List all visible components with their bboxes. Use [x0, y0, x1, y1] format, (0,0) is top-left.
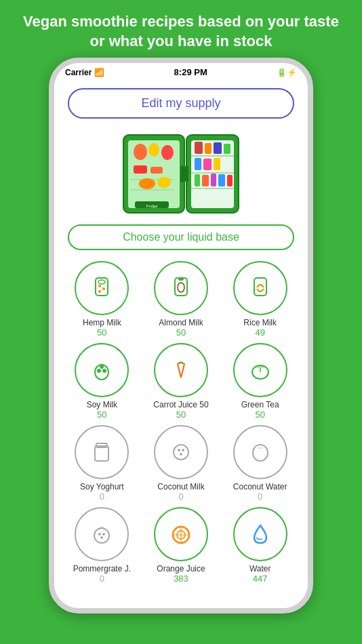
battery-area: 🔋⚡ — [277, 68, 297, 77]
svg-point-10 — [157, 177, 171, 188]
item-icon-circle — [233, 343, 287, 397]
item-name-label: Coconut Water — [233, 482, 287, 491]
fridge-image: Fridge — [120, 128, 242, 216]
svg-point-48 — [174, 445, 188, 460]
item-count-label: 0 — [100, 491, 104, 502]
item-name-label: Soy Milk — [87, 400, 117, 409]
header-text: Vegan smoothie recipes based on your tas… — [0, 0, 362, 58]
svg-rect-16 — [191, 155, 234, 157]
item-icon-circle — [233, 507, 287, 561]
list-item[interactable]: Green Tea50 — [223, 343, 297, 420]
item-icon-circle — [154, 343, 208, 397]
item-count-label: 0 — [258, 491, 262, 502]
item-count-label: 50 — [97, 409, 106, 420]
choose-liquid-label: Choose your liquid base — [68, 224, 294, 250]
svg-rect-17 — [191, 172, 234, 174]
svg-rect-32 — [96, 278, 108, 296]
svg-rect-19 — [195, 142, 203, 154]
items-grid: Hemp Milk50Almond Milk50Rice Milk49Soy M… — [54, 256, 308, 589]
list-item[interactable]: Rice Milk49 — [223, 261, 297, 338]
item-count-label: 50 — [255, 409, 264, 420]
item-icon-circle — [75, 425, 129, 479]
item-count-label: 50 — [176, 327, 186, 338]
list-item[interactable]: Coconut Milk0 — [144, 425, 218, 502]
svg-rect-22 — [224, 144, 230, 154]
svg-point-4 — [161, 145, 174, 160]
svg-point-3 — [148, 143, 159, 157]
list-item[interactable]: Coconut Water0 — [223, 425, 297, 502]
time-display: 8:29 PM — [174, 67, 207, 77]
svg-rect-40 — [254, 278, 266, 296]
svg-point-38 — [178, 278, 184, 281]
svg-point-53 — [94, 528, 109, 543]
svg-rect-30 — [227, 175, 233, 186]
list-item[interactable]: Almond Milk50 — [144, 261, 218, 338]
item-count-label: 0 — [178, 491, 183, 502]
svg-point-35 — [102, 287, 105, 290]
item-name-label: Rice Milk — [243, 318, 277, 327]
item-icon-circle — [154, 261, 208, 315]
svg-rect-27 — [202, 175, 209, 186]
svg-point-42 — [97, 369, 101, 373]
item-icon-circle — [233, 261, 287, 315]
svg-rect-28 — [211, 174, 216, 186]
svg-point-33 — [98, 280, 105, 284]
svg-point-34 — [98, 285, 101, 287]
svg-rect-8 — [130, 189, 174, 190]
svg-rect-25 — [214, 158, 220, 170]
item-name-label: Green Tea — [241, 400, 279, 409]
svg-point-54 — [98, 533, 101, 536]
svg-rect-20 — [205, 143, 212, 154]
svg-point-50 — [182, 449, 184, 451]
list-item[interactable]: Hemp Milk50 — [65, 261, 139, 338]
svg-point-49 — [178, 449, 180, 451]
item-count-label: 447 — [253, 573, 268, 584]
list-item[interactable]: Soy Yoghurt0 — [65, 425, 139, 502]
svg-rect-18 — [191, 188, 234, 189]
item-name-label: Water — [249, 564, 271, 573]
item-icon-circle — [75, 507, 129, 561]
item-count-label: 50 — [97, 327, 106, 338]
svg-point-55 — [102, 533, 105, 536]
svg-point-43 — [102, 369, 106, 373]
item-icon-circle — [233, 425, 287, 479]
item-count-label: 50 — [176, 409, 186, 420]
item-count-label: 383 — [174, 573, 188, 584]
svg-point-9 — [139, 178, 155, 189]
phone-frame: Carrier 📶 8:29 PM 🔋⚡ Edit my supply — [49, 58, 313, 613]
svg-rect-31 — [185, 165, 188, 182]
item-name-label: Carrot Juice 50 — [153, 400, 208, 409]
svg-rect-23 — [195, 158, 201, 170]
item-name-label: Almond Milk — [159, 318, 203, 327]
svg-point-51 — [180, 453, 182, 456]
svg-rect-29 — [218, 174, 225, 186]
list-item[interactable]: Water447 — [223, 507, 297, 584]
list-item[interactable]: Orange Juice383 — [144, 507, 218, 584]
svg-rect-6 — [150, 167, 163, 174]
list-item[interactable]: Pommergrate J.0 — [65, 507, 139, 584]
svg-point-44 — [100, 365, 104, 369]
svg-text:Fridge: Fridge — [146, 204, 158, 208]
item-name-label: Coconut Milk — [157, 482, 204, 491]
item-count-label: 0 — [100, 573, 104, 584]
svg-rect-13 — [180, 165, 184, 182]
svg-rect-46 — [95, 446, 108, 461]
list-item[interactable]: Soy Milk50 — [65, 343, 139, 420]
item-count-label: 49 — [255, 327, 264, 338]
carrier-label: Carrier 📶 — [65, 68, 104, 77]
item-name-label: Hemp Milk — [83, 318, 121, 327]
item-icon-circle — [154, 425, 208, 479]
list-item[interactable]: Carrot Juice 5050 — [144, 343, 218, 420]
item-name-label: Pommergrate J. — [73, 564, 131, 573]
item-icon-circle — [154, 507, 208, 561]
battery-icon: 🔋⚡ — [277, 68, 297, 77]
status-bar: Carrier 📶 8:29 PM 🔋⚡ — [54, 63, 308, 81]
edit-supply-button[interactable]: Edit my supply — [68, 88, 294, 119]
svg-point-56 — [100, 536, 103, 539]
phone-content: Edit my supply Fridge — [54, 81, 308, 608]
svg-rect-5 — [134, 165, 147, 174]
item-name-label: Soy Yoghurt — [80, 482, 124, 491]
item-name-label: Orange Juice — [157, 564, 205, 573]
svg-rect-21 — [214, 142, 222, 154]
svg-point-2 — [134, 144, 147, 160]
